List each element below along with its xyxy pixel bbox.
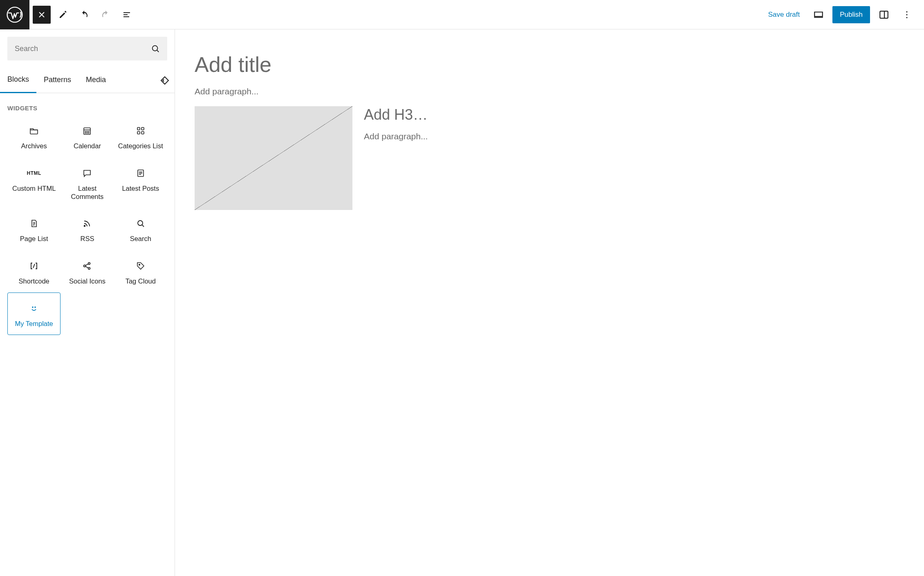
block-label: Social Icons xyxy=(69,277,105,286)
svg-rect-15 xyxy=(137,127,140,130)
block-label: Latest Comments xyxy=(63,185,112,201)
block-search[interactable]: Search xyxy=(114,208,167,250)
block-calendar[interactable]: Calendar xyxy=(61,115,114,157)
comment-icon xyxy=(82,168,92,178)
search-block-icon xyxy=(136,219,146,228)
svg-rect-17 xyxy=(137,132,140,134)
svg-point-14 xyxy=(89,133,90,134)
block-grid: Archives Calendar Categories List HTML C… xyxy=(0,115,175,335)
paragraph-placeholder[interactable]: Add paragraph... xyxy=(195,87,579,96)
svg-point-12 xyxy=(85,133,86,134)
tab-media[interactable]: Media xyxy=(78,68,113,92)
chevron-panel-icon xyxy=(160,76,170,85)
block-archives[interactable]: Archives xyxy=(7,115,61,157)
page-list-icon xyxy=(29,219,39,228)
html-icon: HTML xyxy=(29,168,39,178)
search-icon xyxy=(151,44,160,53)
post-title-placeholder[interactable]: Add title xyxy=(195,52,579,77)
settings-panel-toggle[interactable] xyxy=(875,6,893,24)
block-label: Tag Cloud xyxy=(126,277,156,286)
calendar-icon xyxy=(82,126,92,136)
block-label: Archives xyxy=(21,142,47,150)
more-options-button[interactable] xyxy=(898,6,916,24)
svg-point-4 xyxy=(906,14,907,15)
categories-icon xyxy=(136,126,146,136)
save-draft-button[interactable]: Save draft xyxy=(763,7,805,22)
block-my-template[interactable]: My Template xyxy=(7,292,61,335)
redo-icon xyxy=(101,10,110,20)
editor-body: Blocks Patterns Media WIDGETS Archives C… xyxy=(0,29,924,576)
svg-point-26 xyxy=(84,225,85,227)
desktop-icon xyxy=(813,9,824,20)
smiley-icon xyxy=(29,304,39,313)
block-label: RSS xyxy=(81,235,94,243)
search-wrap xyxy=(0,29,175,68)
svg-point-28 xyxy=(84,265,86,267)
block-latest-comments[interactable]: Latest Comments xyxy=(61,157,114,208)
svg-rect-18 xyxy=(141,132,144,134)
svg-point-27 xyxy=(138,221,143,225)
block-social-icons[interactable]: Social Icons xyxy=(61,250,114,292)
editor-topbar: Save draft Publish xyxy=(0,0,924,29)
kebab-icon xyxy=(902,10,912,20)
svg-rect-16 xyxy=(141,127,144,130)
block-label: Categories List xyxy=(118,142,163,150)
block-label: Latest Posts xyxy=(122,185,159,193)
section-widgets-label: WIDGETS xyxy=(0,93,175,115)
svg-point-31 xyxy=(139,264,140,266)
h3-placeholder[interactable]: Add H3… xyxy=(364,106,579,123)
topbar-right-tools: Save draft Publish xyxy=(763,6,924,24)
text-column: Add H3… Add paragraph... xyxy=(364,106,579,210)
wordpress-icon xyxy=(6,6,23,23)
tab-patterns[interactable]: Patterns xyxy=(36,68,78,92)
undo-icon xyxy=(79,10,89,20)
inserter-detail-toggle[interactable] xyxy=(155,76,175,85)
svg-point-9 xyxy=(85,131,86,132)
pencil-icon xyxy=(58,10,68,20)
block-label: Calendar xyxy=(74,142,101,150)
preview-button[interactable] xyxy=(810,6,828,24)
svg-point-33 xyxy=(35,307,36,308)
list-view-icon xyxy=(122,10,132,20)
paragraph2-placeholder[interactable]: Add paragraph... xyxy=(364,132,579,141)
block-tag-cloud[interactable]: Tag Cloud xyxy=(114,250,167,292)
svg-point-5 xyxy=(906,17,907,18)
sidebar-icon xyxy=(879,9,889,20)
block-categories-list[interactable]: Categories List xyxy=(114,115,167,157)
wordpress-logo[interactable] xyxy=(0,0,29,29)
search-input[interactable] xyxy=(15,45,151,53)
redo-button[interactable] xyxy=(96,6,114,24)
svg-point-10 xyxy=(87,131,88,132)
publish-button[interactable]: Publish xyxy=(832,6,870,23)
inserter-tabs: Blocks Patterns Media xyxy=(0,68,175,93)
svg-point-29 xyxy=(88,263,90,265)
block-label: Search xyxy=(130,235,151,243)
document-overview-button[interactable] xyxy=(118,6,136,24)
editor-canvas[interactable]: Add title Add paragraph... Add H3… Add p… xyxy=(175,29,924,576)
svg-point-3 xyxy=(906,11,907,12)
canvas-content: Add title Add paragraph... Add H3… Add p… xyxy=(195,52,579,210)
block-shortcode[interactable]: Shortcode xyxy=(7,250,61,292)
block-latest-posts[interactable]: Latest Posts xyxy=(114,157,167,208)
svg-point-6 xyxy=(153,46,158,51)
undo-button[interactable] xyxy=(75,6,93,24)
block-label: My Template xyxy=(15,320,53,328)
media-text-block[interactable]: Add H3… Add paragraph... xyxy=(195,106,579,210)
block-page-list[interactable]: Page List xyxy=(7,208,61,250)
close-inserter-button[interactable] xyxy=(33,6,51,24)
block-rss[interactable]: RSS xyxy=(61,208,114,250)
block-label: Page List xyxy=(20,235,48,243)
shortcode-icon xyxy=(29,261,39,271)
block-label: Shortcode xyxy=(19,277,49,286)
svg-point-30 xyxy=(88,268,90,270)
tab-blocks[interactable]: Blocks xyxy=(0,68,36,93)
svg-point-32 xyxy=(32,307,33,308)
image-placeholder[interactable] xyxy=(195,106,352,210)
close-icon xyxy=(37,10,47,20)
search-box[interactable] xyxy=(7,37,167,60)
block-label: Custom HTML xyxy=(12,185,56,193)
block-inserter-panel: Blocks Patterns Media WIDGETS Archives C… xyxy=(0,29,175,576)
edit-tool-button[interactable] xyxy=(54,6,72,24)
rss-icon xyxy=(82,219,92,228)
block-custom-html[interactable]: HTML Custom HTML xyxy=(7,157,61,208)
